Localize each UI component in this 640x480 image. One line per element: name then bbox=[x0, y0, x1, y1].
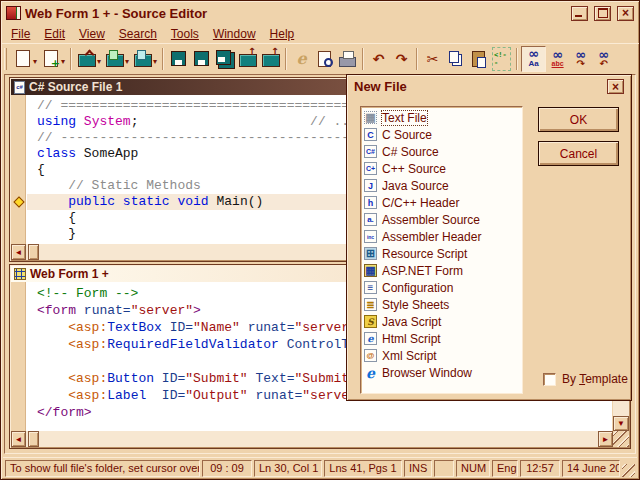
file-type-asp-net-form[interactable]: ASP.NET Form bbox=[361, 262, 522, 279]
file-type-text-file[interactable]: Text File bbox=[361, 109, 522, 126]
title-bar[interactable]: Web Form 1 + - Source Editor bbox=[4, 3, 636, 23]
print-preview-button[interactable] bbox=[313, 46, 336, 72]
save-button[interactable] bbox=[167, 46, 190, 72]
close-button[interactable] bbox=[617, 6, 634, 21]
close-file-button[interactable] bbox=[236, 46, 259, 72]
close-all-button[interactable] bbox=[259, 46, 282, 72]
toggle-comment-button[interactable] bbox=[490, 46, 513, 72]
menu-edit[interactable]: Edit bbox=[37, 26, 72, 42]
file-type-label: Style Sheets bbox=[382, 298, 449, 312]
scroll-left-icon[interactable] bbox=[11, 244, 26, 260]
window-resize-grip[interactable] bbox=[622, 464, 635, 477]
file-type-label: C Source bbox=[382, 128, 432, 142]
menu-view[interactable]: View bbox=[72, 26, 112, 42]
file-type-listbox[interactable]: Text FileC SourceC# SourceC++ SourceJava… bbox=[360, 106, 523, 394]
file-type-configuration[interactable]: Configuration bbox=[361, 279, 522, 296]
webform-resize-grip[interactable] bbox=[613, 431, 629, 447]
copy-button[interactable] bbox=[444, 46, 467, 72]
by-template-checkbox-row[interactable]: By Template bbox=[543, 372, 628, 386]
status-field-empty bbox=[434, 460, 454, 477]
maximize-button[interactable] bbox=[594, 6, 611, 21]
open-recent-button[interactable] bbox=[131, 46, 159, 72]
window-title: Web Form 1 + - Source Editor bbox=[25, 6, 565, 21]
file-type-c-source[interactable]: C# Source bbox=[361, 143, 522, 160]
toolbar-separator bbox=[285, 48, 287, 70]
file-type-style-sheets[interactable]: Style Sheets bbox=[361, 296, 522, 313]
minimize-button[interactable] bbox=[571, 6, 588, 21]
menu-window[interactable]: Window bbox=[206, 26, 263, 42]
browser-preview-button[interactable] bbox=[290, 46, 313, 72]
scrollbar-track[interactable] bbox=[39, 431, 598, 447]
ok-button[interactable]: OK bbox=[538, 107, 619, 132]
file-type-label: C/C++ Header bbox=[382, 196, 459, 210]
csharp-window-title: C# Source File 1 bbox=[29, 80, 122, 94]
find-button[interactable] bbox=[521, 46, 546, 72]
replace-button[interactable] bbox=[546, 46, 569, 72]
dropdown-arrow-icon[interactable] bbox=[125, 50, 129, 68]
save-as-button[interactable] bbox=[190, 46, 213, 72]
undo-button[interactable] bbox=[367, 46, 390, 72]
dropdown-arrow-icon[interactable] bbox=[61, 50, 65, 68]
folder-up2-icon bbox=[261, 49, 280, 68]
scrollbar-thumb[interactable] bbox=[28, 431, 39, 447]
file-type-label: Browser Window bbox=[382, 366, 472, 380]
file-type-c-source[interactable]: C++ Source bbox=[361, 160, 522, 177]
new-from-template-button[interactable] bbox=[39, 46, 67, 72]
menu-tools[interactable]: Tools bbox=[164, 26, 206, 42]
html-script-icon bbox=[364, 332, 377, 345]
file-type-java-script[interactable]: Java Script bbox=[361, 313, 522, 330]
folder-doc-icon bbox=[105, 49, 124, 68]
scrollbar-thumb[interactable] bbox=[28, 244, 39, 260]
webform-horizontal-scrollbar[interactable] bbox=[11, 431, 613, 447]
save-all-button[interactable] bbox=[213, 46, 236, 72]
scroll-down-icon[interactable] bbox=[613, 416, 629, 431]
file-type-browser-window[interactable]: Browser Window bbox=[361, 364, 522, 381]
file-type-java-source[interactable]: Java Source bbox=[361, 177, 522, 194]
dialog-close-button[interactable] bbox=[607, 79, 624, 94]
open-file-button[interactable] bbox=[75, 46, 103, 72]
text-file-icon bbox=[364, 111, 377, 124]
style-sheets-icon bbox=[364, 298, 377, 311]
file-type-label: C# Source bbox=[382, 145, 439, 159]
doc-plus-icon bbox=[41, 49, 60, 68]
file-type-assembler-source[interactable]: Assembler Source bbox=[361, 211, 522, 228]
dialog-title: New File bbox=[354, 79, 605, 94]
menu-search[interactable]: Search bbox=[112, 26, 164, 42]
dropdown-arrow-icon[interactable] bbox=[153, 50, 157, 68]
file-type-xml-script[interactable]: Xml Script bbox=[361, 347, 522, 364]
status-field-09-09: 09 : 09 bbox=[202, 460, 252, 477]
new-file-button[interactable] bbox=[11, 46, 39, 72]
paste-button[interactable] bbox=[467, 46, 490, 72]
file-type-c-c-header[interactable]: C/C++ Header bbox=[361, 194, 522, 211]
menu-file[interactable]: File bbox=[4, 26, 37, 42]
file-type-resource-script[interactable]: Resource Script bbox=[361, 245, 522, 262]
open-file-special-button[interactable] bbox=[103, 46, 131, 72]
cancel-button[interactable]: Cancel bbox=[538, 141, 619, 166]
dropdown-arrow-icon[interactable] bbox=[97, 50, 101, 68]
print-button[interactable] bbox=[336, 46, 359, 72]
file-type-label: Html Script bbox=[382, 332, 441, 346]
file-type-label: Xml Script bbox=[382, 349, 437, 363]
by-template-checkbox[interactable] bbox=[543, 373, 556, 386]
file-type-c-source[interactable]: C Source bbox=[361, 126, 522, 143]
file-type-label: Text File bbox=[382, 111, 427, 125]
scroll-right-icon[interactable] bbox=[598, 431, 613, 447]
folder-up-icon bbox=[238, 49, 257, 68]
file-type-html-script[interactable]: Html Script bbox=[361, 330, 522, 347]
csharp-file-icon bbox=[14, 81, 25, 94]
cut-button[interactable] bbox=[421, 46, 444, 72]
csharp-gutter[interactable] bbox=[12, 95, 26, 244]
webform-gutter[interactable] bbox=[12, 282, 26, 431]
menu-help[interactable]: Help bbox=[263, 26, 302, 42]
find-previous-button[interactable] bbox=[592, 46, 615, 72]
toolbar-separator bbox=[362, 48, 364, 70]
copy-icon bbox=[446, 49, 465, 68]
dropdown-arrow-icon[interactable] bbox=[33, 50, 37, 68]
redo-button[interactable] bbox=[390, 46, 413, 72]
find-next-button[interactable] bbox=[569, 46, 592, 72]
file-type-assembler-header[interactable]: Assembler Header bbox=[361, 228, 522, 245]
toolbar-grip[interactable] bbox=[4, 48, 7, 70]
scroll-left-icon[interactable] bbox=[11, 431, 26, 447]
java-script-icon bbox=[364, 315, 377, 328]
dialog-title-bar[interactable]: New File bbox=[349, 77, 629, 96]
